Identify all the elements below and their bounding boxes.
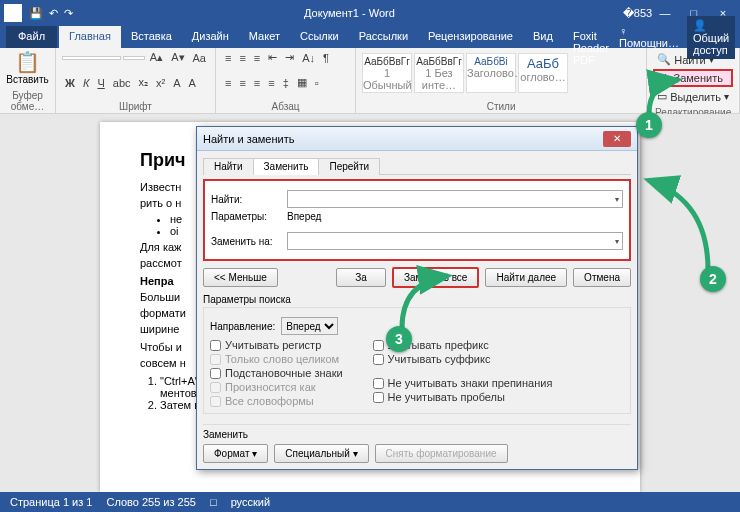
group-clipboard-label: Буфер обме… bbox=[6, 89, 49, 113]
styles-gallery[interactable]: АаБбВвГг1 Обычный АаБбВвГг1 Без инте… Аа… bbox=[362, 50, 640, 93]
multilevel-icon[interactable]: ≡ bbox=[251, 51, 263, 65]
style-heading1[interactable]: АаБбВіЗаголово… bbox=[466, 53, 516, 93]
align-right-icon[interactable]: ≡ bbox=[251, 76, 263, 90]
subscript-icon[interactable]: x₂ bbox=[136, 75, 152, 90]
params-label: Параметры: bbox=[211, 211, 281, 222]
params-value: Вперед bbox=[287, 211, 321, 222]
less-button[interactable]: << Меньше bbox=[203, 268, 278, 287]
chk-sounds-like: Произносится как bbox=[210, 381, 343, 393]
find-input[interactable] bbox=[287, 190, 623, 208]
tab-insert[interactable]: Вставка bbox=[121, 26, 182, 48]
replace-icon: ab bbox=[658, 72, 670, 84]
chk-word-forms: Все словоформы bbox=[210, 395, 343, 407]
group-paragraph-label: Абзац bbox=[222, 100, 349, 113]
find-next-button[interactable]: Найти далее bbox=[485, 268, 567, 287]
dialog-titlebar[interactable]: Найти и заменить ✕ bbox=[197, 127, 637, 151]
dialog-tab-goto[interactable]: Перейти bbox=[318, 158, 380, 175]
status-language[interactable]: русский bbox=[231, 496, 270, 508]
annotation-marker-2: 2 bbox=[700, 266, 726, 292]
group-styles-label: Стили bbox=[362, 100, 640, 113]
numbering-icon[interactable]: ≡ bbox=[236, 51, 248, 65]
font-color-icon[interactable]: A bbox=[186, 76, 199, 90]
qat-undo-icon[interactable]: ↶ bbox=[49, 7, 58, 20]
grow-font-icon[interactable]: A▴ bbox=[147, 50, 166, 65]
dialog-title: Найти и заменить bbox=[203, 133, 294, 145]
replace-with-label: Заменить на: bbox=[211, 236, 281, 247]
minimize-icon[interactable]: — bbox=[652, 7, 678, 19]
annotation-marker-1: 1 bbox=[636, 112, 662, 138]
style-normal[interactable]: АаБбВвГг1 Обычный bbox=[362, 53, 412, 93]
tab-review[interactable]: Рецензирование bbox=[418, 26, 523, 48]
strike-icon[interactable]: abc bbox=[110, 76, 134, 90]
cancel-button[interactable]: Отмена bbox=[573, 268, 631, 287]
replace-input[interactable] bbox=[287, 232, 623, 250]
format-button[interactable]: Формат ▾ bbox=[203, 444, 268, 463]
direction-select[interactable]: Вперед bbox=[281, 317, 338, 335]
annotation-marker-3: 3 bbox=[386, 326, 412, 352]
dialog-tabs: Найти Заменить Перейти bbox=[203, 157, 631, 175]
align-center-icon[interactable]: ≡ bbox=[236, 76, 248, 90]
select-button[interactable]: ▭Выделить ▾ bbox=[653, 88, 733, 105]
file-tab[interactable]: Файл bbox=[6, 26, 57, 48]
tab-layout[interactable]: Макет bbox=[239, 26, 290, 48]
window-title: Документ1 - Word bbox=[76, 7, 623, 19]
align-left-icon[interactable]: ≡ bbox=[222, 76, 234, 90]
shrink-font-icon[interactable]: A▾ bbox=[168, 50, 187, 65]
ribbon-options-icon[interactable]: �853 bbox=[623, 7, 649, 20]
find-replace-dialog: Найти и заменить ✕ Найти Заменить Перейт… bbox=[196, 126, 638, 470]
line-spacing-icon[interactable]: ‡ bbox=[280, 76, 292, 90]
ribbon: 📋 Вставить Буфер обме… A▴ A▾ Aa Ж К Ч ab… bbox=[0, 48, 740, 114]
find-button[interactable]: 🔍Найти ▾ bbox=[653, 51, 733, 68]
tab-home[interactable]: Главная bbox=[59, 26, 121, 48]
status-bar: Страница 1 из 1 Слово 255 из 255 □ русск… bbox=[0, 492, 740, 512]
tab-design[interactable]: Дизайн bbox=[182, 26, 239, 48]
highlight-icon[interactable]: A bbox=[170, 76, 183, 90]
tell-me[interactable]: ♀ Помощни… bbox=[619, 25, 679, 49]
tab-mailings[interactable]: Рассылки bbox=[349, 26, 418, 48]
replace-button[interactable]: abЗаменить bbox=[653, 69, 733, 87]
font-size-combo[interactable] bbox=[123, 56, 145, 60]
replace-all-button[interactable]: Заменить все bbox=[392, 267, 479, 288]
style-nospacing[interactable]: АаБбВвГг1 Без инте… bbox=[414, 53, 464, 93]
special-button[interactable]: Специальный ▾ bbox=[274, 444, 368, 463]
paste-icon[interactable]: 📋 bbox=[6, 50, 49, 74]
paste-label[interactable]: Вставить bbox=[6, 74, 49, 85]
search-fields-group: Найти: Параметры: Вперед Заменить на: bbox=[203, 179, 631, 261]
dialog-tab-find[interactable]: Найти bbox=[203, 158, 254, 175]
tab-foxit[interactable]: Foxit Reader PDF bbox=[563, 26, 619, 48]
word-icon bbox=[4, 4, 22, 22]
search-icon: 🔍 bbox=[657, 53, 671, 66]
underline-icon[interactable]: Ч bbox=[94, 76, 107, 90]
status-words[interactable]: Слово 255 из 255 bbox=[106, 496, 196, 508]
bullets-icon[interactable]: ≡ bbox=[222, 51, 234, 65]
qat-redo-icon[interactable]: ↷ bbox=[64, 7, 73, 20]
superscript-icon[interactable]: x² bbox=[153, 76, 168, 90]
bold-icon[interactable]: Ж bbox=[62, 76, 78, 90]
dialog-close-icon[interactable]: ✕ bbox=[603, 131, 631, 147]
style-heading2[interactable]: АаБбоглово… bbox=[518, 53, 568, 93]
italic-icon[interactable]: К bbox=[80, 76, 92, 90]
titlebar: 💾 ↶ ↷ Документ1 - Word �853 — □ × bbox=[0, 0, 740, 26]
qat-save-icon[interactable]: 💾 bbox=[29, 7, 43, 20]
change-case-icon[interactable]: Aa bbox=[190, 51, 209, 65]
shading-icon[interactable]: ▦ bbox=[294, 75, 310, 90]
replace-one-button[interactable]: За bbox=[336, 268, 386, 287]
dialog-tab-replace[interactable]: Заменить bbox=[253, 158, 320, 175]
status-proofing-icon[interactable]: □ bbox=[210, 496, 217, 508]
tab-view[interactable]: Вид bbox=[523, 26, 563, 48]
chk-wildcards[interactable]: Подстановочные знаки bbox=[210, 367, 343, 379]
indent-inc-icon[interactable]: ⇥ bbox=[282, 50, 297, 65]
chk-match-case[interactable]: Учитывать регистр bbox=[210, 339, 343, 351]
indent-dec-icon[interactable]: ⇤ bbox=[265, 50, 280, 65]
chk-ignore-punct[interactable]: Не учитывать знаки препинания bbox=[373, 377, 553, 389]
status-page[interactable]: Страница 1 из 1 bbox=[10, 496, 92, 508]
borders-icon[interactable]: ▫ bbox=[312, 76, 322, 90]
tab-references[interactable]: Ссылки bbox=[290, 26, 349, 48]
no-formatting-button: Снять форматирование bbox=[375, 444, 508, 463]
chk-suffix[interactable]: Учитывать суффикс bbox=[373, 353, 553, 365]
sort-icon[interactable]: A↓ bbox=[299, 51, 318, 65]
font-name-combo[interactable] bbox=[62, 56, 121, 60]
chk-ignore-space[interactable]: Не учитывать пробелы bbox=[373, 391, 553, 403]
align-justify-icon[interactable]: ≡ bbox=[265, 76, 277, 90]
pilcrow-icon[interactable]: ¶ bbox=[320, 51, 332, 65]
